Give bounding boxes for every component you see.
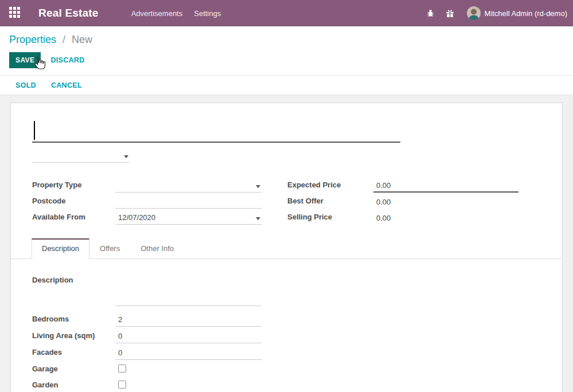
description-input[interactable]: [115, 297, 262, 306]
discard-button[interactable]: DISCARD: [50, 56, 84, 64]
control-panel: Properties / New SAVE DISCARD: [0, 26, 573, 76]
apps-grid-icon: [9, 7, 20, 20]
cancel-button[interactable]: CANCEL: [51, 81, 82, 89]
notebook-tabs: Description Offers Other Info: [11, 238, 562, 259]
top-navbar: Real Estate Advertisements Settings: [0, 0, 573, 26]
apps-menu-button[interactable]: [0, 0, 29, 26]
bedrooms-value: 2: [118, 315, 122, 324]
garage-row: Garage: [32, 361, 541, 376]
save-button[interactable]: SAVE: [9, 52, 41, 68]
form-view: Property Type Postcode Available From: [0, 95, 573, 392]
user-avatar[interactable]: [467, 6, 481, 20]
garage-checkbox[interactable]: [118, 364, 126, 373]
breadcrumb-separator: /: [63, 34, 65, 45]
breadcrumb: Properties / New: [9, 34, 573, 46]
user-menu[interactable]: Mitchell Admin (rd-demo): [485, 9, 568, 18]
breadcrumb-properties[interactable]: Properties: [9, 34, 56, 45]
bedrooms-row: Bedrooms 2: [32, 310, 541, 327]
gift-icon[interactable]: [441, 0, 460, 26]
living-area-label: Living Area (sqm): [32, 331, 115, 343]
available-from-label: Available From: [32, 213, 115, 225]
selling-price-row: Selling Price 0.00: [287, 209, 519, 225]
chevron-down-icon: [124, 155, 128, 158]
description-tab-content: Description Bedrooms 2 Living Area (sqm)…: [32, 259, 541, 392]
breadcrumb-current: New: [72, 34, 92, 45]
selling-price-label: Selling Price: [287, 213, 373, 225]
menu-advertisements[interactable]: Advertisements: [126, 9, 189, 18]
best-offer-label: Best Offer: [287, 197, 373, 209]
postcode-label: Postcode: [32, 197, 115, 209]
left-column: Property Type Postcode Available From: [32, 177, 262, 225]
selling-price-value: 0.00: [373, 209, 519, 225]
living-area-row: Living Area (sqm) 0: [32, 327, 541, 343]
app-name[interactable]: Real Estate: [38, 7, 99, 19]
property-type-row: Property Type: [32, 177, 262, 193]
menu-settings[interactable]: Settings: [188, 9, 227, 18]
expected-price-row: Expected Price 0.00: [287, 177, 519, 193]
facades-value: 0: [118, 348, 122, 357]
property-name-input[interactable]: [32, 117, 400, 143]
facades-row: Facades 0: [32, 343, 541, 360]
expected-price-input[interactable]: 0.00: [373, 177, 519, 193]
tab-offers[interactable]: Offers: [89, 238, 130, 259]
field-grid: Property Type Postcode Available From: [32, 177, 541, 225]
facades-label: Facades: [32, 348, 115, 360]
chevron-down-icon: [256, 217, 260, 220]
best-offer-value: 0.00: [373, 193, 519, 209]
available-from-date-input[interactable]: 12/07/2020: [115, 209, 262, 225]
tab-other-info[interactable]: Other Info: [130, 238, 184, 259]
right-column: Expected Price 0.00 Best Offer 0.00 Sell…: [287, 177, 519, 225]
sold-button[interactable]: SOLD: [15, 81, 36, 89]
living-area-input[interactable]: 0: [115, 327, 262, 343]
bedrooms-input[interactable]: 2: [115, 310, 262, 327]
postcode-input[interactable]: [115, 193, 262, 209]
available-from-value: 12/07/2020: [118, 213, 155, 222]
form-actions: SAVE DISCARD: [9, 53, 573, 68]
text-cursor: [34, 121, 35, 140]
bedrooms-label: Bedrooms: [32, 315, 115, 327]
property-type-select[interactable]: [115, 177, 262, 193]
expected-price-value: 0.00: [376, 181, 391, 190]
tab-description[interactable]: Description: [32, 238, 89, 259]
best-offer-row: Best Offer 0.00: [287, 193, 519, 209]
chevron-down-icon: [256, 185, 260, 188]
living-area-value: 0: [118, 332, 122, 340]
description-label: Description: [32, 276, 541, 284]
garage-label: Garage: [32, 364, 115, 373]
postcode-row: Postcode: [32, 193, 262, 209]
available-from-row: Available From 12/07/2020: [32, 209, 262, 225]
garden-checkbox[interactable]: [118, 381, 126, 389]
property-type-label: Property Type: [32, 181, 115, 193]
tags-input[interactable]: [32, 150, 130, 163]
expected-price-label: Expected Price: [287, 181, 373, 193]
garden-label: Garden: [32, 381, 115, 389]
facades-input[interactable]: 0: [115, 343, 262, 360]
form-statusbar: SOLD CANCEL: [0, 76, 573, 95]
debug-bug-icon[interactable]: [421, 0, 441, 26]
garden-row: Garden: [32, 377, 541, 392]
form-sheet: Property Type Postcode Available From: [10, 103, 563, 392]
